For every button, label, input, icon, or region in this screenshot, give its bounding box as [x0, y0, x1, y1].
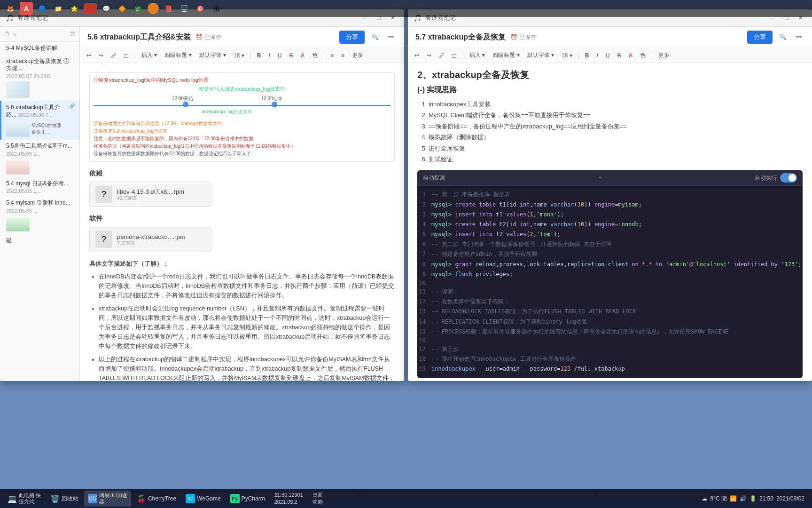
r-bold-btn[interactable]: B — [582, 51, 592, 60]
dependencies-section: 依赖 ? libev-4.15-3.el7.x8....rpm 42.73KB — [89, 169, 395, 207]
right-editor-area[interactable]: 2、xtrabackup全备及恢复 (-) 实现思路 innobackupex工… — [408, 63, 812, 381]
left-editor-area[interactable]: ①恢复xtrabackup_logfile中的MySQL redo log位置 … — [80, 63, 404, 381]
desc-item-3: 以上的过程在xtrabackup的编译二进制程序中实现，程序innobackup… — [99, 355, 395, 381]
sidebar-item-7[interactable]: 磁 — [0, 234, 79, 247]
software-title: 软件 — [89, 214, 395, 223]
font-color-btn[interactable]: A — [297, 51, 307, 60]
app-icon-star[interactable]: ⭐ — [68, 2, 81, 15]
list-item-6: 测试验证 — [429, 154, 803, 165]
app-icon-windows[interactable]: ⊞ — [210, 2, 223, 15]
sidebar-item-3[interactable]: 5.6 xtrabackup工具介绍... 2022.05.06 7... 🔗 … — [0, 101, 79, 140]
code-line-1: 1 -- 第一步 准备数据库 数据表 — [417, 190, 803, 199]
taskbar-cherrytree[interactable]: 🍒 CherryTree — [133, 492, 180, 505]
r-bg-color-btn[interactable]: 色 — [637, 50, 648, 61]
font-size-btn[interactable]: 18 ▾ — [231, 51, 247, 60]
sidebar-item-2[interactable]: xtrabackup全备及恢复 ⓘ 实现... 2022.05.07 29.2K… — [0, 55, 79, 101]
sidebar-item-6[interactable]: 5.4 myisam 引擎和 inno... 2022.05.05 ... — [0, 197, 79, 234]
r-eraser-btn[interactable]: ◻ — [449, 51, 460, 60]
left-share-btn[interactable]: 分享 — [339, 31, 365, 44]
dep-item-2-info: percona-xtrabacku....rpm 7.37MB — [117, 233, 205, 246]
code-line-12: 12 -- 在数据库中需要以下权限： — [417, 297, 803, 307]
insert-btn[interactable]: 插入 ▾ — [139, 50, 160, 61]
left-more-btn[interactable]: ••• — [385, 32, 397, 43]
app-icon-blue[interactable]: 🔵 — [36, 2, 49, 15]
highlight-btn[interactable]: 🖊 — [108, 51, 119, 60]
r-font-size-btn[interactable]: 18 ▾ — [559, 51, 575, 60]
code-line-6: 6 -- 第二步 专门准备一个数据库备份帐号，开通相应的权限 来自于官网 — [417, 239, 803, 249]
r-highlight-btn[interactable]: 🖊 — [436, 51, 447, 60]
code-line-17: 17 -- 第三步 — [417, 344, 803, 354]
sidebar-top-controls: 🗒 ≡ ☰ — [0, 27, 79, 42]
r-redo-btn[interactable]: ↪ — [424, 51, 434, 60]
taskbar-desktop[interactable]: 桌面功能 — [309, 490, 327, 508]
strikethrough-btn[interactable]: S — [286, 51, 296, 60]
left-note-header: 5.6 xtrabackup工具介绍&安装 ⏰ 已保存 分享 🔍 ••• — [80, 27, 404, 48]
r-strikethrough-btn[interactable]: S — [614, 51, 624, 60]
italic-btn[interactable]: I — [265, 51, 273, 60]
right-more-btn[interactable]: ••• — [793, 32, 804, 43]
more-btn[interactable]: 更多 — [349, 50, 366, 61]
sidebar-list-btn[interactable]: ≡ — [13, 31, 16, 38]
sidebar-item-1[interactable]: 5-4 MySQL备份讲解 — [0, 42, 79, 55]
r-italic-btn[interactable]: I — [593, 51, 601, 60]
app-icon-dragon[interactable]: 🐲 — [132, 2, 145, 15]
left-search-btn[interactable]: 🔍 — [369, 32, 381, 43]
right-note-title: 5.7 xtrabackup全备及恢复 — [415, 32, 506, 42]
app-icon-note[interactable]: 📕 — [162, 2, 175, 15]
ul-btn[interactable]: ≡ — [338, 51, 347, 60]
taskbar-datetime[interactable]: 21:50:129012021.09.2 — [271, 490, 307, 508]
taskbar-recycle[interactable]: 🗑️ 回收站 — [47, 492, 82, 505]
right-note-content: 5.7 xtrabackup全备及恢复 ⏰ 已保存 分享 🔍 ••• ↩ ↪ 🖊… — [408, 27, 812, 381]
r-toolbar-divider-3 — [652, 51, 652, 60]
font-btn[interactable]: 默认字体 ▾ — [196, 50, 229, 61]
weather-text: 9°C 阴 — [710, 495, 726, 503]
taskbar-wegame[interactable]: W WeGame — [182, 492, 224, 505]
sidebar-item-4[interactable]: 5.5备份工具简介&基于m... 2022.05.05 1... — [0, 140, 79, 177]
underline-btn[interactable]: U — [275, 51, 285, 60]
app-icon-a[interactable]: A — [20, 2, 33, 15]
sidebar-notebook-btn[interactable]: 🗒 — [4, 31, 10, 38]
taskbar-pc[interactable]: 💻 此电脑·快捷方式 — [4, 491, 45, 507]
r-insert-btn[interactable]: 插入 ▾ — [467, 50, 488, 61]
taskbar-uuboost[interactable]: UU 网易UU加速器 — [84, 491, 131, 507]
app-icon-chat[interactable]: 💬 — [100, 2, 113, 15]
sidebar-item-5[interactable]: 5.4 mysql 日志&备份考... 2022.05.05 1... — [0, 177, 79, 197]
dep-item-2[interactable]: ? percona-xtrabacku....rpm 7.37MB — [89, 227, 211, 252]
r-underline-btn[interactable]: U — [603, 51, 613, 60]
desc-item-1: 在InnoDB内部会维护一个redo日志文件，我们也可以叫做事务日志文件。事务日… — [99, 272, 395, 300]
undo-btn[interactable]: ↩ — [84, 51, 94, 60]
app-icon-firefox[interactable]: 🦊 — [4, 2, 17, 15]
app-icon-red[interactable] — [84, 3, 97, 14]
app-icon-circle[interactable] — [148, 3, 159, 14]
app-icon-folder[interactable]: 📁 — [52, 2, 65, 15]
right-search-btn[interactable]: 🔍 — [777, 32, 789, 43]
r-heading-btn[interactable]: 四级标题 ▾ — [490, 50, 522, 61]
right-numbered-list: innobackupex工具安装 MySQL Client端进行全备，备份集==… — [417, 99, 803, 165]
r-more-btn[interactable]: 更多 — [656, 50, 672, 61]
dep-title: 依赖 — [89, 169, 395, 178]
taskbar-pycharm[interactable]: Py PyCharm — [226, 492, 269, 505]
sidebar-menu-btn[interactable]: ☰ — [70, 31, 76, 38]
r-font-btn[interactable]: 默认字体 ▾ — [524, 50, 557, 61]
ol-btn[interactable]: ≡ — [328, 51, 336, 60]
dot-indicator: • — [599, 175, 601, 181]
app-icon-orange[interactable]: 🔶 — [116, 2, 129, 15]
eraser-btn[interactable]: ◻ — [121, 51, 132, 60]
heading-btn[interactable]: 四级标题 ▾ — [162, 50, 194, 61]
auto-run-switch[interactable] — [780, 173, 797, 183]
right-share-btn[interactable]: 分享 — [747, 31, 773, 44]
app-icon-target[interactable]: 🎯 — [194, 2, 207, 15]
toolbar-divider-3 — [324, 51, 324, 60]
bold-btn[interactable]: B — [254, 51, 264, 60]
app-icon-monitor[interactable]: 🖥️ — [178, 2, 191, 15]
dep-item-1[interactable]: ? libev-4.15-3.el7.x8....rpm 42.73KB — [89, 182, 211, 207]
software-section: 软件 ? percona-xtrabacku....rpm 7.37MB — [89, 214, 395, 252]
dep-item-1-icon: ? — [95, 186, 112, 203]
r-font-color-btn[interactable]: A — [625, 51, 635, 60]
list-item-3: ==预备阶段==，备份过程中产生的xtrabackup_log==应用到全量备份… — [429, 121, 803, 132]
r-toolbar-divider-2 — [578, 51, 579, 60]
redo-btn[interactable]: ↪ — [96, 51, 106, 60]
r-undo-btn[interactable]: ↩ — [412, 51, 422, 60]
sidebar-item-4-thumb — [6, 160, 30, 175]
bg-color-btn[interactable]: 色 — [309, 50, 320, 61]
